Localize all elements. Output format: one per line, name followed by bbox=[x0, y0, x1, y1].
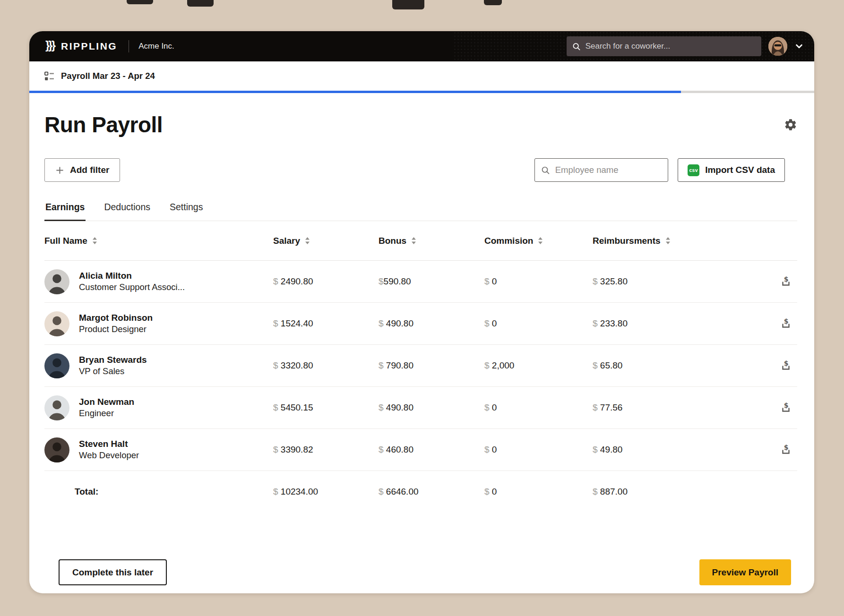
toolbar: Add filter csv Import CSV data bbox=[44, 158, 797, 182]
brand: }}} RIPPLING Acme Inc. bbox=[45, 40, 174, 52]
employee-photo bbox=[44, 437, 69, 462]
table-row: Margot Robinson Product Designer $ 1524.… bbox=[44, 303, 797, 345]
currency-symbol: $ bbox=[379, 445, 384, 454]
employee-identity: Steven Halt Web Developer bbox=[79, 438, 139, 462]
search-icon bbox=[572, 42, 581, 51]
chevron-down-icon[interactable] bbox=[794, 42, 804, 51]
pay-deposit-icon[interactable]: $ bbox=[780, 317, 792, 330]
complete-later-button[interactable]: Complete this later bbox=[59, 559, 167, 585]
pay-deposit-icon[interactable]: $ bbox=[780, 402, 792, 414]
tab-earnings[interactable]: Earnings bbox=[44, 202, 86, 221]
bonus-cell: $ 490.80 bbox=[379, 318, 484, 329]
reimbursement-cell: $ 233.80 bbox=[593, 318, 775, 329]
employee-role: Web Developer bbox=[79, 450, 139, 462]
toolbar-right: csv Import CSV data bbox=[534, 158, 785, 182]
avatar bbox=[44, 395, 69, 420]
table-body: Alicia Milton Customer Support Associ...… bbox=[44, 261, 797, 471]
total-reimbursement: $ 887.00 bbox=[593, 487, 775, 497]
add-filter-button[interactable]: Add filter bbox=[44, 158, 120, 182]
topbar-right bbox=[567, 36, 804, 56]
sort-icon bbox=[411, 237, 416, 245]
background-artifact bbox=[127, 0, 153, 4]
topbar: }}} RIPPLING Acme Inc. bbox=[29, 31, 814, 61]
currency-symbol: $ bbox=[593, 276, 598, 286]
currency-symbol: $ bbox=[593, 445, 598, 454]
column-header-bonus[interactable]: Bonus bbox=[379, 236, 484, 246]
avatar bbox=[44, 269, 69, 294]
employee-photo bbox=[44, 311, 69, 336]
add-filter-label: Add filter bbox=[70, 165, 109, 175]
employee-role: VP of Sales bbox=[79, 366, 147, 377]
table-row: Bryan Stewards VP of Sales $ 3320.80 $ 7… bbox=[44, 345, 797, 387]
preview-payroll-button[interactable]: Preview Payroll bbox=[699, 559, 791, 585]
salary-cell: $ 3390.82 bbox=[273, 445, 379, 455]
background-artifact bbox=[392, 0, 424, 9]
column-header-commision[interactable]: Commision bbox=[484, 236, 593, 246]
app-window: }}} RIPPLING Acme Inc. bbox=[29, 31, 814, 593]
salary-cell: $ 3320.80 bbox=[273, 360, 379, 371]
search-icon bbox=[541, 165, 550, 175]
employee-name: Jon Newman bbox=[79, 396, 134, 408]
currency-symbol: $ bbox=[273, 487, 278, 496]
currency-symbol: $ bbox=[273, 445, 278, 454]
commission-cell: $ 0 bbox=[484, 402, 593, 413]
pay-deposit-icon[interactable]: $ bbox=[780, 275, 792, 288]
employee-role: Engineer bbox=[79, 408, 134, 419]
salary-cell: $ 1524.40 bbox=[273, 318, 379, 329]
currency-symbol: $ bbox=[273, 276, 278, 286]
pay-deposit-icon[interactable]: $ bbox=[780, 444, 792, 456]
currency-symbol: $ bbox=[484, 402, 490, 412]
svg-text:$: $ bbox=[784, 359, 789, 367]
reimbursement-cell: $ 325.80 bbox=[593, 276, 775, 287]
import-csv-label: Import CSV data bbox=[705, 165, 775, 175]
tab-settings[interactable]: Settings bbox=[169, 202, 204, 221]
reimbursement-cell: $ 77.56 bbox=[593, 402, 775, 413]
employee-search[interactable] bbox=[534, 158, 668, 182]
csv-file-icon: csv bbox=[688, 164, 699, 176]
column-header-reimbursments[interactable]: Reimbursments bbox=[593, 236, 775, 246]
employee-cell: Margot Robinson Product Designer bbox=[44, 311, 273, 336]
column-header-full-name[interactable]: Full Name bbox=[44, 236, 273, 246]
user-avatar-image bbox=[768, 37, 787, 56]
currency-symbol: $ bbox=[379, 276, 384, 286]
employee-photo bbox=[44, 353, 69, 378]
sort-icon bbox=[92, 237, 97, 245]
table-row: Jon Newman Engineer $ 5450.15 $ 490.80 $… bbox=[44, 387, 797, 429]
table-header: Full Name Salary Bonus Commision Reimbur… bbox=[44, 221, 797, 261]
row-action: $ bbox=[775, 317, 797, 330]
page-title: Run Payroll bbox=[44, 112, 163, 137]
currency-symbol: $ bbox=[484, 318, 490, 328]
currency-symbol: $ bbox=[484, 276, 490, 286]
brand-name: RIPPLING bbox=[61, 41, 117, 52]
coworker-search[interactable] bbox=[567, 36, 761, 56]
currency-symbol: $ bbox=[593, 487, 598, 496]
breadcrumb[interactable]: Payroll Mar 23 - Apr 24 bbox=[29, 61, 814, 91]
user-avatar[interactable] bbox=[768, 37, 787, 56]
settings-gear-icon[interactable] bbox=[784, 118, 797, 131]
employee-identity: Jon Newman Engineer bbox=[79, 396, 134, 420]
import-csv-button[interactable]: csv Import CSV data bbox=[678, 158, 785, 182]
column-label: Full Name bbox=[44, 236, 87, 246]
table-row: Steven Halt Web Developer $ 3390.82 $ 46… bbox=[44, 429, 797, 471]
total-bonus: $ 6646.00 bbox=[379, 487, 484, 497]
currency-symbol: $ bbox=[273, 402, 278, 412]
employee-search-input[interactable] bbox=[555, 165, 662, 175]
avatar bbox=[44, 437, 69, 462]
avatar bbox=[44, 311, 69, 336]
svg-text:$: $ bbox=[784, 275, 789, 283]
brand-divider bbox=[129, 40, 129, 52]
rippling-logo-icon: }}} bbox=[45, 40, 54, 51]
background-artifact bbox=[484, 0, 502, 5]
commission-cell: $ 0 bbox=[484, 318, 593, 329]
svg-text:$: $ bbox=[784, 317, 789, 325]
bonus-cell: $ 790.80 bbox=[379, 360, 484, 371]
tab-deductions[interactable]: Deductions bbox=[103, 202, 151, 221]
column-header-salary[interactable]: Salary bbox=[273, 236, 379, 246]
tab-bar: EarningsDeductionsSettings bbox=[44, 202, 797, 221]
employee-name: Alicia Milton bbox=[79, 270, 185, 282]
column-label: Bonus bbox=[379, 236, 406, 246]
employee-role: Product Designer bbox=[79, 324, 153, 335]
currency-symbol: $ bbox=[379, 402, 384, 412]
coworker-search-input[interactable] bbox=[586, 42, 756, 51]
pay-deposit-icon[interactable]: $ bbox=[780, 359, 792, 372]
